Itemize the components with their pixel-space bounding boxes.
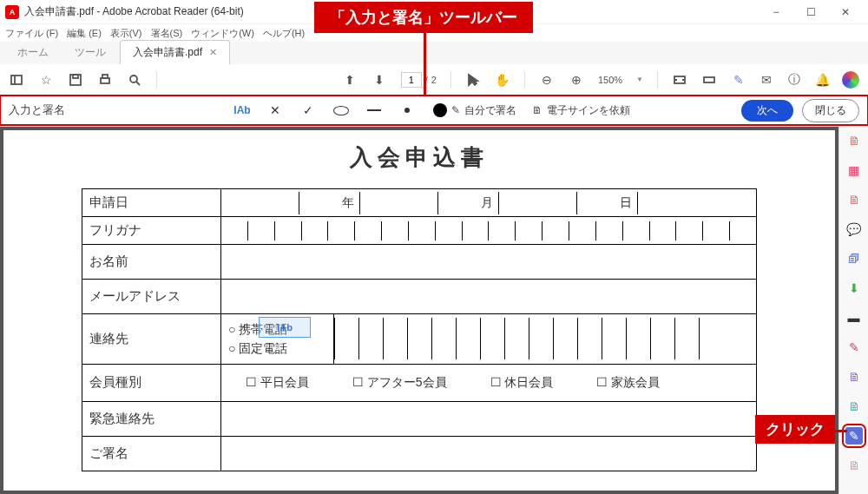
label-day: 日 — [577, 192, 638, 214]
rail-combine-icon[interactable]: ▦ — [845, 161, 863, 179]
page-indicator: /2 — [401, 72, 437, 88]
document-viewport[interactable]: 入会申込書 IAb 申請日 年 月 日 — [0, 127, 838, 494]
opt-landline: 固定電話 — [239, 341, 287, 355]
self-sign-button[interactable]: ✎ 自分で署名 — [451, 103, 516, 118]
menu-file[interactable]: ファイル (F) — [5, 27, 58, 40]
fill-sign-toolbar: 入力と署名 IAb ✕ ✓ ✎ 自分で署名 🗎 電子サインを依頼 次へ 閉じる — [0, 96, 868, 125]
doc-icon: 🗎 — [532, 104, 542, 116]
row-emergency: 緊急連絡先 — [82, 401, 221, 436]
window-title: 入会申請書.pdf - Adobe Acrobat Reader (64-bit… — [24, 4, 244, 19]
menu-edit[interactable]: 編集 (E) — [67, 27, 102, 40]
tab-tools[interactable]: ツール — [62, 41, 118, 64]
fill-sign-label: 入力と署名 — [9, 102, 65, 118]
svg-rect-2 — [70, 75, 81, 85]
right-tool-rail: 🗎 ▦ 🗎 💬 🗊 ⬇ ▬ ✎ 🗎 🗎 ✎ 🗎 — [838, 127, 868, 494]
search-icon[interactable] — [127, 72, 142, 88]
self-sign-label: 自分で署名 — [464, 103, 516, 118]
callout-click-label: クリック — [755, 415, 835, 444]
circle-tool[interactable] — [333, 102, 349, 118]
read-mode-icon[interactable] — [701, 72, 717, 88]
tab-document[interactable]: 入会申請書.pdf ✕ — [120, 40, 230, 64]
page-up-icon[interactable]: ⬆ — [342, 72, 358, 88]
row-email: メールアドレス — [82, 280, 221, 314]
help-icon[interactable]: ⓘ — [786, 72, 802, 88]
svg-line-7 — [136, 82, 140, 85]
save-icon[interactable] — [68, 72, 83, 88]
row-apply-date: 申請日 — [82, 189, 221, 217]
rail-export-icon[interactable]: 🗎 — [845, 368, 863, 385]
menu-help[interactable]: ヘルプ(H) — [263, 27, 305, 40]
svg-point-6 — [130, 76, 137, 82]
rail-more-icon[interactable]: 🗎 — [845, 457, 863, 474]
filled-dot-tool[interactable] — [432, 102, 448, 118]
sign-shortcut-icon[interactable]: ✎ — [731, 72, 746, 88]
rail-fill-sign-icon[interactable]: ✎ — [845, 427, 863, 445]
next-button[interactable]: 次へ — [741, 100, 793, 122]
notification-icon[interactable]: 🔔 — [814, 72, 830, 88]
callout-toolbar-label: 「入力と署名」ツールバー — [314, 2, 533, 33]
row-name: お名前 — [82, 245, 221, 280]
select-tool-icon[interactable] — [465, 72, 481, 88]
main-toolbar: ☆ ⬆ ⬇ /2 ✋ ⊖ ⊕ 150% ▼ ✎ ✉ ⓘ 🔔 — [0, 64, 868, 96]
pen-icon: ✎ — [451, 104, 460, 116]
tab-close-icon[interactable]: ✕ — [209, 47, 217, 58]
close-window-button[interactable]: ✕ — [828, 0, 863, 24]
page-total: 2 — [431, 75, 437, 85]
tab-file-label: 入会申請書.pdf — [133, 45, 202, 60]
account-icon[interactable] — [842, 71, 859, 89]
page-current-input[interactable] — [401, 72, 422, 88]
print-icon[interactable] — [97, 72, 113, 88]
rail-compress-icon[interactable]: ⬇ — [845, 280, 863, 297]
rail-convert-icon[interactable]: 🗎 — [845, 398, 863, 415]
row-signature: ご署名 — [82, 436, 221, 471]
share-icon[interactable]: ✉ — [759, 72, 774, 88]
opt-after5: アフター5会員 — [367, 375, 447, 389]
fit-width-icon[interactable] — [672, 72, 687, 88]
zoom-in-icon[interactable]: ⊕ — [569, 72, 584, 88]
menu-window[interactable]: ウィンドウ(W) — [191, 27, 254, 40]
zoom-level[interactable]: 150% — [598, 75, 622, 85]
opt-family: 家族会員 — [611, 375, 660, 389]
x-mark-tool[interactable]: ✕ — [267, 102, 283, 118]
request-esign-button[interactable]: 🗎 電子サインを依頼 — [532, 103, 630, 118]
maximize-button[interactable]: ☐ — [793, 0, 828, 24]
request-esign-label: 電子サインを依頼 — [547, 103, 630, 118]
page-down-icon[interactable]: ⬇ — [372, 72, 387, 88]
zoom-out-icon[interactable]: ⊖ — [539, 72, 555, 88]
app-icon: A — [5, 5, 19, 19]
svg-rect-0 — [11, 76, 22, 84]
svg-rect-5 — [102, 75, 108, 78]
row-member-type: 会員種別 — [82, 364, 221, 401]
label-year: 年 — [299, 192, 360, 214]
workspace: 入会申込書 IAb 申請日 年 月 日 — [0, 127, 868, 494]
menu-sign[interactable]: 署名(S) — [151, 27, 183, 40]
zoom-dropdown-icon[interactable]: ▼ — [636, 76, 643, 83]
star-icon[interactable]: ☆ — [38, 72, 54, 88]
hand-tool-icon[interactable]: ✋ — [495, 72, 510, 88]
rail-edit-pdf-icon[interactable]: 🗎 — [845, 191, 863, 208]
line-tool[interactable] — [366, 102, 382, 118]
rail-comment-icon[interactable]: 💬 — [845, 221, 863, 238]
dot-tool[interactable] — [399, 102, 415, 118]
rail-organize-icon[interactable]: 🗊 — [845, 250, 863, 267]
check-mark-tool[interactable]: ✓ — [300, 102, 316, 118]
row-furigana: フリガナ — [82, 217, 221, 245]
tab-bar: ホーム ツール 入会申請書.pdf ✕ — [0, 42, 868, 64]
rail-create-pdf-icon[interactable]: 🗎 — [845, 132, 863, 149]
rail-protect-icon[interactable]: ✎ — [845, 339, 863, 356]
application-form-table: 申請日 年 月 日 フリガナ — [82, 188, 757, 471]
text-insertion-cursor[interactable]: IAb — [259, 317, 311, 338]
rail-redact-icon[interactable]: ▬ — [845, 309, 863, 326]
row-contact: 連絡先 — [82, 314, 221, 365]
close-button[interactable]: 閉じる — [802, 99, 859, 122]
sidebar-toggle-icon[interactable] — [9, 72, 24, 88]
minimize-button[interactable]: − — [759, 0, 793, 24]
add-text-tool[interactable]: IAb — [234, 102, 250, 118]
tab-home[interactable]: ホーム — [5, 41, 61, 64]
document-page: 入会申込書 IAb 申請日 年 月 日 — [3, 130, 835, 491]
menu-view[interactable]: 表示(V) — [110, 27, 142, 40]
svg-rect-3 — [73, 75, 78, 78]
doc-title: 入会申込書 — [82, 142, 757, 173]
opt-weekday: 平日会員 — [260, 375, 309, 389]
svg-rect-9 — [704, 77, 714, 82]
